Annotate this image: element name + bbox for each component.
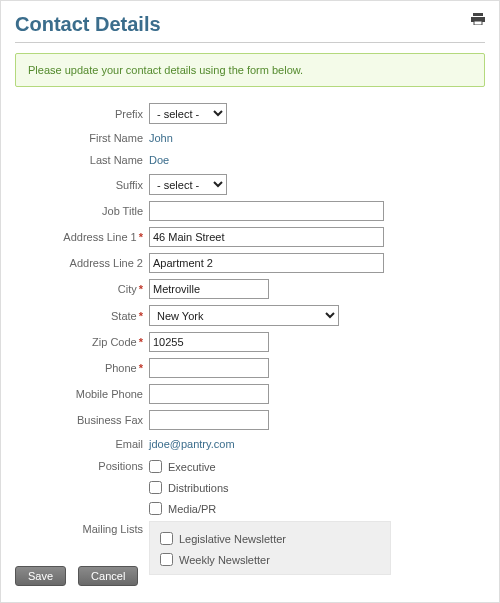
mailing-option[interactable]: Weekly Newsletter bbox=[160, 553, 380, 566]
label-address1: Address Line 1* bbox=[15, 231, 143, 243]
mailing-checkbox[interactable] bbox=[160, 553, 173, 566]
contact-form: Prefix - select - First Name John Last N… bbox=[15, 103, 485, 575]
label-address2: Address Line 2 bbox=[15, 257, 143, 269]
positions-group: Executive Distributions Media/PR bbox=[149, 458, 485, 515]
label-zip: Zip Code* bbox=[15, 336, 143, 348]
position-checkbox[interactable] bbox=[149, 481, 162, 494]
label-phone: Phone* bbox=[15, 362, 143, 374]
mobile-input[interactable] bbox=[149, 384, 269, 404]
label-first-name: First Name bbox=[15, 132, 143, 144]
label-state: State* bbox=[15, 310, 143, 322]
state-select[interactable]: New York bbox=[149, 305, 339, 326]
label-positions: Positions bbox=[15, 458, 143, 472]
mailing-option[interactable]: Legislative Newsletter bbox=[160, 532, 380, 545]
label-last-name: Last Name bbox=[15, 154, 143, 166]
position-checkbox[interactable] bbox=[149, 460, 162, 473]
position-option[interactable]: Distributions bbox=[149, 481, 485, 494]
label-suffix: Suffix bbox=[15, 179, 143, 191]
first-name-value: John bbox=[149, 130, 485, 146]
prefix-select[interactable]: - select - bbox=[149, 103, 227, 124]
notice-banner: Please update your contact details using… bbox=[15, 53, 485, 87]
phone-input[interactable] bbox=[149, 358, 269, 378]
svg-rect-2 bbox=[474, 21, 482, 25]
address2-input[interactable] bbox=[149, 253, 384, 273]
label-city: City* bbox=[15, 283, 143, 295]
button-bar: Save Cancel bbox=[15, 566, 138, 586]
page-container: Contact Details Please update your conta… bbox=[0, 0, 500, 603]
last-name-value: Doe bbox=[149, 152, 485, 168]
email-value: jdoe@pantry.com bbox=[149, 436, 485, 452]
position-checkbox[interactable] bbox=[149, 502, 162, 515]
save-button[interactable]: Save bbox=[15, 566, 66, 586]
city-input[interactable] bbox=[149, 279, 269, 299]
fax-input[interactable] bbox=[149, 410, 269, 430]
label-job-title: Job Title bbox=[15, 205, 143, 217]
label-mobile: Mobile Phone bbox=[15, 388, 143, 400]
label-prefix: Prefix bbox=[15, 108, 143, 120]
print-icon[interactable] bbox=[471, 13, 485, 25]
svg-rect-0 bbox=[473, 13, 483, 16]
page-title: Contact Details bbox=[15, 13, 485, 43]
label-fax: Business Fax bbox=[15, 414, 143, 426]
position-option[interactable]: Media/PR bbox=[149, 502, 485, 515]
position-option[interactable]: Executive bbox=[149, 460, 485, 473]
label-email: Email bbox=[15, 438, 143, 450]
suffix-select[interactable]: - select - bbox=[149, 174, 227, 195]
mailing-checkbox[interactable] bbox=[160, 532, 173, 545]
address1-input[interactable] bbox=[149, 227, 384, 247]
mailing-lists-group: Legislative Newsletter Weekly Newsletter bbox=[149, 521, 391, 575]
job-title-input[interactable] bbox=[149, 201, 384, 221]
zip-input[interactable] bbox=[149, 332, 269, 352]
label-mailing: Mailing Lists bbox=[15, 521, 143, 535]
cancel-button[interactable]: Cancel bbox=[78, 566, 138, 586]
